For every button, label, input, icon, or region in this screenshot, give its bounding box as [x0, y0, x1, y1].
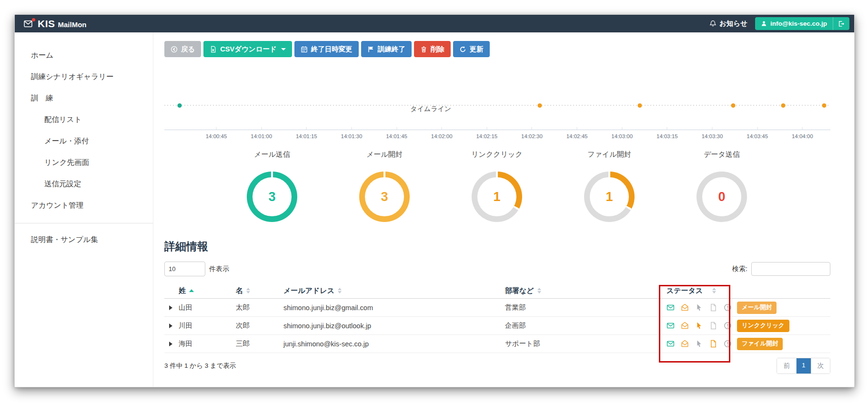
column-header-4[interactable]: ステータス [665, 286, 736, 295]
timeline-tick [306, 127, 307, 130]
cell-first-name: 三郎 [236, 339, 283, 348]
donut-value: 1 [584, 172, 635, 222]
trash-icon [420, 46, 427, 53]
cursor-icon [695, 322, 703, 330]
row-expand-caret[interactable] [169, 323, 172, 328]
column-header-0[interactable]: 姓 [179, 286, 236, 295]
timeline-tick-label: 14:04:00 [792, 133, 813, 139]
logo-red-dot [32, 18, 35, 21]
timeline-tick [622, 127, 622, 130]
timeline-axis: 14:00:4514:01:0014:01:1514:01:3014:01:45… [164, 130, 830, 142]
sidebar-nav: ホーム訓練シナリオギャラリー訓 練配信リストメール・添付リンク先画面送信元設定ア… [15, 32, 153, 387]
alert-icon [724, 340, 732, 348]
sidebar-item-3[interactable]: 配信リスト [15, 109, 153, 131]
sidebar-item-6[interactable]: 送信元設定 [15, 173, 153, 195]
toolbar-button-5[interactable]: 更新 [453, 41, 490, 57]
pagination: 前 1 次 [777, 358, 830, 374]
sidebar-item-5[interactable]: リンク先画面 [15, 152, 153, 173]
mail-logo-icon [22, 20, 34, 28]
cell-status-icons [665, 340, 736, 348]
file-icon [709, 322, 717, 330]
donut-ring: 3 [359, 172, 410, 222]
search-input[interactable] [751, 262, 830, 276]
timeline-tick-label: 14:02:15 [476, 133, 497, 139]
toolbar-button-2[interactable]: 終了日時変更 [294, 41, 359, 57]
donut-title: データ送信 [704, 150, 740, 159]
cell-department: 営業部 [505, 303, 665, 312]
cell-last-name: 川田 [179, 321, 236, 330]
column-label: 部署など [505, 286, 534, 295]
sidebar-item-7[interactable]: アカウント管理 [15, 195, 153, 216]
row-expand-caret[interactable] [169, 305, 172, 310]
details-table: 姓名メールアドレス部署などステータス 山田太郎shimono.junji.biz… [164, 283, 830, 353]
sidebar-item-0[interactable]: ホーム [15, 45, 153, 66]
arrow-left-circle-icon [171, 46, 178, 53]
donut-value: 3 [247, 172, 297, 222]
sidebar-item-2[interactable]: 訓 練 [15, 88, 153, 109]
timeline-tick-label: 14:01:15 [296, 133, 317, 139]
page-length-select[interactable] [164, 262, 205, 276]
timeline-event-dot-5 [822, 103, 827, 108]
donut-ring: 1 [584, 172, 635, 222]
timeline-tick-label: 14:01:45 [386, 133, 407, 139]
donut-title: リンククリック [471, 150, 522, 159]
donut-4: データ送信0 [666, 150, 778, 222]
account-email: info@kis-sec.co.jp [770, 20, 827, 27]
toolbar-button-4[interactable]: 削除 [414, 41, 451, 57]
mail-open-icon [681, 340, 689, 348]
pagination-next-button[interactable]: 次 [811, 358, 830, 374]
toolbar-button-label: 戻る [181, 45, 195, 54]
cell-department: サポート部 [505, 339, 665, 348]
cell-status-badge: リンククリック [736, 320, 830, 332]
pagination-page-1-button[interactable]: 1 [797, 358, 811, 374]
donut-ring: 1 [472, 172, 522, 222]
logout-icon [838, 20, 845, 27]
row-expand-caret[interactable] [169, 342, 172, 346]
donut-value: 3 [359, 172, 410, 222]
notifications-link[interactable]: お知らせ [709, 19, 747, 28]
timeline-tick [577, 127, 577, 130]
column-header-1[interactable]: 名 [236, 286, 283, 295]
timeline-tick-label: 14:03:45 [747, 133, 768, 139]
mail-open-icon [681, 303, 689, 312]
donut-2: リンククリック1 [441, 150, 553, 222]
account-email-button[interactable]: info@kis-sec.co.jp [755, 17, 833, 30]
donut-title: ファイル開封 [587, 150, 631, 159]
logout-button[interactable] [833, 17, 849, 30]
top-navbar: KIS MailMon お知らせ info@kis-sec.co.jp [15, 15, 854, 32]
timeline-event-dot-4 [781, 103, 785, 108]
brand-mailmon: MailMon [58, 20, 87, 29]
pagination-prev-button[interactable]: 前 [777, 358, 797, 374]
donut-value: 0 [696, 172, 747, 222]
cell-status-icons [665, 322, 736, 330]
timeline-tick [802, 127, 803, 130]
status-badge: メール開封 [737, 302, 777, 314]
donut-value: 1 [472, 172, 522, 222]
donut-1: メール開封3 [328, 150, 441, 222]
column-header-2[interactable]: メールアドレス [283, 286, 505, 295]
toolbar-button-3[interactable]: 訓練終了 [361, 41, 412, 57]
sidebar-item-1[interactable]: 訓練シナリオギャラリー [15, 66, 153, 88]
file-icon [709, 303, 717, 312]
column-label: ステータス [666, 286, 703, 295]
timeline-tick [532, 127, 532, 130]
sort-icon [246, 288, 250, 293]
cell-status-badge: ファイル開封 [736, 338, 830, 350]
column-label: メールアドレス [283, 286, 334, 295]
timeline-title: タイムライン [410, 105, 451, 113]
donut-ring: 3 [247, 172, 297, 222]
timeline-tick [486, 127, 487, 130]
toolbar-button-0[interactable]: 戻る [164, 41, 201, 57]
timeline-chart: タイムライン 14:00:4514:01:0014:01:1514:01:301… [164, 105, 830, 142]
mail-icon [666, 340, 675, 348]
sidebar-bottom-item-0[interactable]: 説明書・サンプル集 [15, 229, 153, 251]
column-header-3[interactable]: 部署など [505, 286, 665, 295]
table-info-text: 3 件中 1 から 3 まで表示 [164, 362, 236, 370]
mail-open-icon [681, 322, 689, 330]
sidebar-item-4[interactable]: メール・添付 [15, 131, 153, 152]
timeline-tick-label: 14:00:45 [206, 133, 227, 139]
sort-icon [537, 288, 541, 293]
row-expand-cell [164, 305, 179, 310]
timeline-track [164, 105, 830, 106]
toolbar-button-1[interactable]: CSVダウンロード [203, 41, 292, 57]
